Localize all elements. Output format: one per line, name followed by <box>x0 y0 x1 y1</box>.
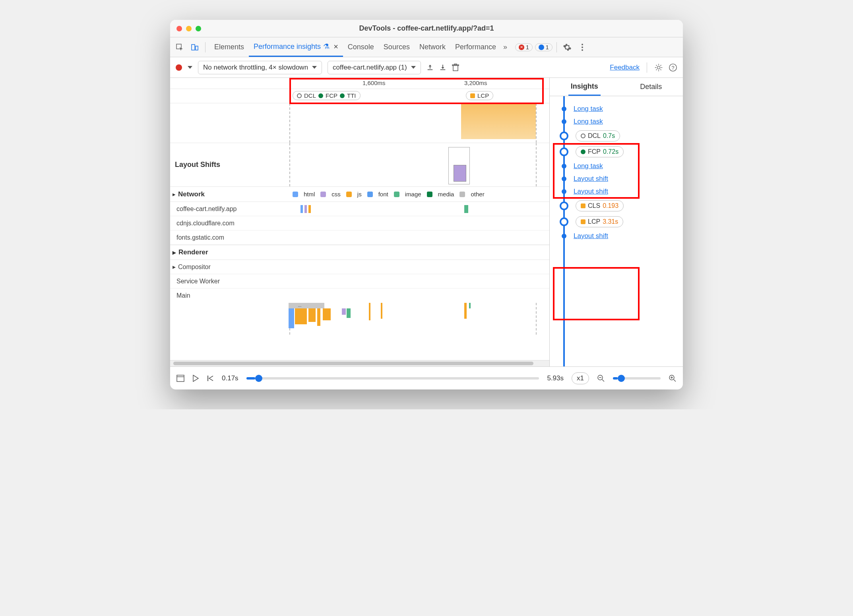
insight-item[interactable]: DCL0.7s <box>558 130 683 141</box>
insight-item[interactable]: CLS0.193 <box>558 200 683 211</box>
svg-point-5 <box>582 49 583 51</box>
throttle-select[interactable]: No network throttling, 4× slowdown <box>198 61 322 74</box>
renderer-row[interactable]: ▸Compositor <box>170 260 549 274</box>
feedback-link[interactable]: Feedback <box>610 64 640 72</box>
close-tab-icon[interactable]: × <box>333 42 338 51</box>
tab-elements[interactable]: Elements <box>209 37 249 57</box>
svg-rect-2 <box>196 46 198 50</box>
insight-item[interactable]: Long task <box>558 105 683 113</box>
expand-icon[interactable]: ▸ <box>173 191 176 198</box>
info-badge[interactable]: 1 <box>535 43 553 51</box>
metric-pill-fcp[interactable]: FCP0.72s <box>576 146 624 157</box>
help-icon[interactable]: ? <box>669 63 677 72</box>
horizontal-scrollbar[interactable] <box>170 360 549 366</box>
svg-point-4 <box>582 46 583 48</box>
insight-item[interactable]: Long task <box>558 162 683 170</box>
legend-swatch <box>367 192 373 197</box>
device-icon[interactable] <box>188 41 201 54</box>
upload-icon[interactable] <box>426 64 434 71</box>
svg-rect-9 <box>177 375 184 382</box>
zoom-in-icon[interactable] <box>669 374 677 382</box>
console-icon[interactable] <box>176 375 184 382</box>
playbar: 0.17s 5.93s x1 <box>170 366 683 389</box>
trash-icon[interactable] <box>452 64 459 72</box>
insight-item[interactable]: FCP0.72s <box>558 146 683 157</box>
layout-shift-thumbnail[interactable] <box>448 147 470 184</box>
tab-network[interactable]: Network <box>415 37 450 57</box>
network-host-row[interactable]: coffee-cart.netlify.app <box>170 202 549 216</box>
svg-rect-1 <box>192 45 195 50</box>
ring-icon <box>560 147 568 156</box>
dot-icon <box>562 119 566 124</box>
svg-line-14 <box>602 380 604 382</box>
svg-point-6 <box>657 66 660 69</box>
highlight-box <box>553 267 640 320</box>
zoom-icon[interactable] <box>196 26 201 31</box>
error-badge[interactable]: ✕1 <box>515 43 533 51</box>
rewind-icon[interactable] <box>207 375 214 382</box>
insight-link[interactable]: Layout shift <box>574 175 608 183</box>
legend-label: js <box>357 191 362 198</box>
svg-text:?: ? <box>671 64 674 70</box>
insights-panel: InsightsDetails Long taskLong taskDCL0.7… <box>550 78 683 366</box>
play-icon[interactable] <box>192 375 199 382</box>
insights-tab-insights[interactable]: Insights <box>568 78 601 96</box>
settings-gear-icon[interactable] <box>654 63 663 72</box>
minimize-icon[interactable] <box>186 26 192 31</box>
network-label[interactable]: Network <box>178 190 287 198</box>
dot-icon <box>562 234 566 238</box>
tab-console[interactable]: Console <box>343 37 379 57</box>
zoom-slider[interactable] <box>613 377 661 380</box>
network-host-row[interactable]: cdnjs.cloudflare.com <box>170 216 549 231</box>
dot-icon <box>562 107 566 111</box>
time-end: 5.93s <box>547 374 564 382</box>
insight-link[interactable]: Long task <box>574 118 603 126</box>
insights-tab-details[interactable]: Details <box>638 79 664 95</box>
main-flame[interactable]: ... <box>170 303 549 335</box>
legend-swatch <box>293 192 298 197</box>
dot-icon <box>562 189 566 194</box>
metric-pill[interactable]: DCLFCPTTI <box>293 91 361 100</box>
legend-swatch <box>394 192 399 197</box>
speed-chip[interactable]: x1 <box>572 372 589 384</box>
record-button[interactable] <box>176 64 182 71</box>
insight-item[interactable]: Layout shift <box>558 188 683 196</box>
metric-pill-cls[interactable]: CLS0.193 <box>576 200 624 211</box>
renderer-row[interactable]: Service Worker <box>170 274 549 289</box>
gear-icon[interactable] <box>561 41 574 54</box>
record-menu-icon[interactable] <box>188 66 192 69</box>
metric-pill[interactable]: LCP <box>466 91 493 100</box>
network-host-row[interactable]: fonts.gstatic.com <box>170 231 549 245</box>
legend-label: image <box>405 191 421 198</box>
insight-item[interactable]: Long task <box>558 118 683 126</box>
legend-label: other <box>471 191 484 198</box>
zoom-out-icon[interactable] <box>597 374 605 382</box>
insight-link[interactable]: Layout shift <box>574 188 608 196</box>
tab-sources[interactable]: Sources <box>379 37 415 57</box>
filmstrip <box>170 103 549 143</box>
download-icon[interactable] <box>439 64 446 71</box>
renderer-row[interactable]: Main <box>170 289 549 303</box>
inspect-icon[interactable] <box>173 41 186 54</box>
insight-link[interactable]: Long task <box>574 105 603 113</box>
tab-performance-insights[interactable]: Performance insights⚗× <box>249 37 343 57</box>
more-tabs-icon[interactable]: » <box>503 43 507 51</box>
metric-pill-lcp[interactable]: LCP3.31s <box>576 216 623 227</box>
insight-link[interactable]: Layout shift <box>574 232 608 240</box>
tab-performance[interactable]: Performance <box>450 37 501 57</box>
insight-item[interactable]: LCP3.31s <box>558 216 683 227</box>
close-icon[interactable] <box>176 26 182 31</box>
time-tick: 3,200ms <box>464 79 487 86</box>
legend-swatch <box>427 192 432 197</box>
window-title: DevTools - coffee-cart.netlify.app/?ad=1 <box>224 24 629 33</box>
renderer-label[interactable]: ▸Renderer <box>170 245 549 260</box>
dot-icon <box>562 176 566 181</box>
metric-pill-dcl[interactable]: DCL0.7s <box>576 130 620 141</box>
svg-line-18 <box>674 380 676 382</box>
time-slider[interactable] <box>246 377 539 380</box>
insight-item[interactable]: Layout shift <box>558 232 683 240</box>
kebab-icon[interactable] <box>576 41 589 54</box>
insight-item[interactable]: Layout shift <box>558 175 683 183</box>
insight-link[interactable]: Long task <box>574 162 603 170</box>
recording-select[interactable]: coffee-cart.netlify.app (1) <box>328 61 421 74</box>
